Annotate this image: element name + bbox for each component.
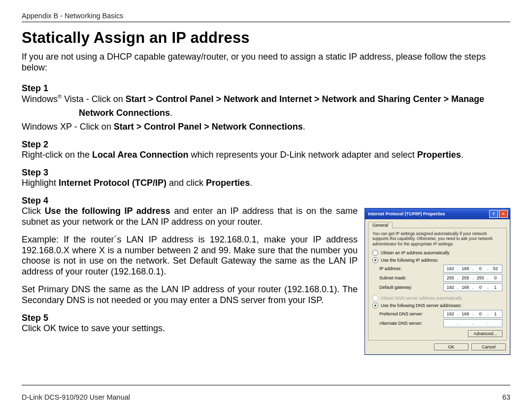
oct: 0 xyxy=(474,311,487,316)
step-3-bold2: Properties xyxy=(206,178,250,188)
step-5-body: Click OK twice to save your settings. xyxy=(22,323,358,334)
radio-obtain-ip-auto[interactable]: Obtain an IP address automatically xyxy=(372,250,502,256)
ok-button[interactable]: OK xyxy=(434,343,468,350)
oct: 192 xyxy=(444,311,457,316)
preferred-dns-input[interactable]: 192. 168. 0. 1 xyxy=(443,310,502,318)
step-2-pre: Right-click on the xyxy=(22,150,92,160)
step-3-mid: and click xyxy=(166,178,206,188)
footer-page: 63 xyxy=(502,393,510,401)
oct: 168 xyxy=(459,311,472,316)
header-appendix: Appendix B - Networking Basics xyxy=(22,12,510,20)
footer-rule xyxy=(22,385,510,385)
ip-address-row: IP address: 192. 168. 0. 52 xyxy=(379,265,502,273)
step-5-label: Step 5 xyxy=(22,313,358,323)
step-4-dns: Set Primary DNS the same as the LAN IP a… xyxy=(22,284,358,306)
default-gateway-row: Default gateway: 192. 168. 0. 1 xyxy=(379,283,502,291)
oct: 168 xyxy=(459,285,472,290)
step-1-vista-cont-bold: Network Connections xyxy=(79,108,170,118)
subnet-mask-input[interactable]: 255. 255. 255. 0 xyxy=(443,274,502,282)
step-2-body: Right-click on the Local Area Connection… xyxy=(22,150,510,161)
radio-use-ip[interactable]: Use the following IP address: xyxy=(372,257,502,263)
step-4-body: Click Use the following IP address and e… xyxy=(22,206,358,228)
oct: 168 xyxy=(459,266,472,271)
step-1-vista-end: . xyxy=(170,108,172,118)
ip-address-label: IP address: xyxy=(379,266,443,271)
step-1-xp-end: . xyxy=(303,122,305,132)
oct: 0 xyxy=(474,285,487,290)
dialog-title: Internet Protocol (TCP/IP) Properties xyxy=(368,211,445,216)
step-1-xp: Windows XP - Click on Start > Control Pa… xyxy=(22,122,510,133)
step-1-vista-cont: Network Connections. xyxy=(22,108,510,119)
step-1-vista-path: Start > Control Panel > Network and Inte… xyxy=(126,94,484,104)
step-1-vista: Windows® Vista - Click on Start > Contro… xyxy=(22,94,510,105)
cancel-button[interactable]: Cancel xyxy=(471,343,506,350)
radio-obtain-dns-auto-label: Obtain DNS server address automatically xyxy=(381,296,462,301)
step-2-label: Step 2 xyxy=(22,139,510,150)
default-gateway-input[interactable]: 192. 168. 0. 1 xyxy=(443,283,502,291)
radio-icon xyxy=(372,250,378,256)
footer-manual: D-Link DCS-910/920 User Manual xyxy=(22,393,130,401)
preferred-dns-label: Preferred DNS server: xyxy=(379,311,443,316)
radio-disabled-icon xyxy=(372,295,378,301)
step-4-label: Step 4 xyxy=(22,196,510,206)
step-3-bold1: Internet Protocol (TCP/IP) xyxy=(59,178,166,188)
step-1-label: Step 1 xyxy=(22,83,510,94)
step-3-end: . xyxy=(250,178,252,188)
step-2-mid: which represents your D-Link network ada… xyxy=(188,150,417,160)
dialog-hint: You can get IP settings assigned automat… xyxy=(372,231,502,247)
dialog-titlebar[interactable]: Internet Protocol (TCP/IP) Properties ? … xyxy=(365,208,510,219)
alternate-dns-row: Alternate DNS server: . . . xyxy=(379,319,502,327)
radio-use-dns-label: Use the following DNS server addresses: xyxy=(381,303,462,308)
radio-selected-icon xyxy=(372,303,378,308)
preferred-dns-row: Preferred DNS server: 192. 168. 0. 1 xyxy=(379,310,502,318)
step-3-label: Step 3 xyxy=(22,168,510,178)
step-2-bold2: Properties xyxy=(417,150,461,160)
oct: 255 xyxy=(474,275,487,280)
oct: 1 xyxy=(489,285,502,290)
help-icon[interactable]: ? xyxy=(489,210,498,218)
step-1-xp-pre: Windows XP - Click on xyxy=(22,122,114,132)
radio-use-ip-label: Use the following IP address: xyxy=(381,258,438,263)
oct: 255 xyxy=(459,275,472,280)
intro-text: If you are not using a DHCP capable gate… xyxy=(22,52,510,73)
radio-selected-icon xyxy=(372,257,378,263)
step-2-bold1: Local Area Connection xyxy=(92,150,188,160)
ip-address-input[interactable]: 192. 168. 0. 52 xyxy=(443,265,502,273)
step-1-xp-path: Start > Control Panel > Network Connecti… xyxy=(114,122,303,132)
advanced-button[interactable]: Advanced... xyxy=(468,330,502,337)
alternate-dns-label: Alternate DNS server: xyxy=(379,321,443,326)
page-title: Statically Assign an IP address xyxy=(22,29,510,47)
oct: 0 xyxy=(489,275,502,280)
close-icon[interactable]: × xyxy=(499,210,508,218)
step-4-bold1: Use the following IP address xyxy=(45,206,170,216)
oct: 0 xyxy=(474,266,487,271)
radio-use-dns[interactable]: Use the following DNS server addresses: xyxy=(372,303,502,308)
step-1-vista-pre: Windows xyxy=(22,94,58,104)
radio-obtain-ip-auto-label: Obtain an IP address automatically xyxy=(381,250,449,255)
oct: 192 xyxy=(444,266,457,271)
oct: 192 xyxy=(444,285,457,290)
tcpip-properties-dialog: Internet Protocol (TCP/IP) Properties ? … xyxy=(365,208,510,355)
tab-general[interactable]: General xyxy=(368,222,393,228)
step-4-pre: Click xyxy=(22,206,45,216)
step-3-pre: Highlight xyxy=(22,178,59,188)
registered-icon: ® xyxy=(58,94,62,100)
subnet-mask-label: Subnet mask: xyxy=(379,275,443,280)
step-3-body: Highlight Internet Protocol (TCP/IP) and… xyxy=(22,178,510,189)
oct: 52 xyxy=(489,266,502,271)
step-2-end: . xyxy=(461,150,464,160)
alternate-dns-input[interactable]: . . . xyxy=(443,319,502,327)
default-gateway-label: Default gateway: xyxy=(379,285,443,290)
oct: 1 xyxy=(489,311,502,316)
step-4-example: Example: If the router´s LAN IP address … xyxy=(22,235,358,278)
radio-obtain-dns-auto: Obtain DNS server address automatically xyxy=(372,295,502,301)
subnet-mask-row: Subnet mask: 255. 255. 255. 0 xyxy=(379,274,502,282)
dialog-body: You can get IP settings assigned automat… xyxy=(368,228,507,341)
oct: 255 xyxy=(444,275,457,280)
header-rule xyxy=(22,22,510,22)
step-1-vista-mid: Vista - Click on xyxy=(62,94,126,104)
